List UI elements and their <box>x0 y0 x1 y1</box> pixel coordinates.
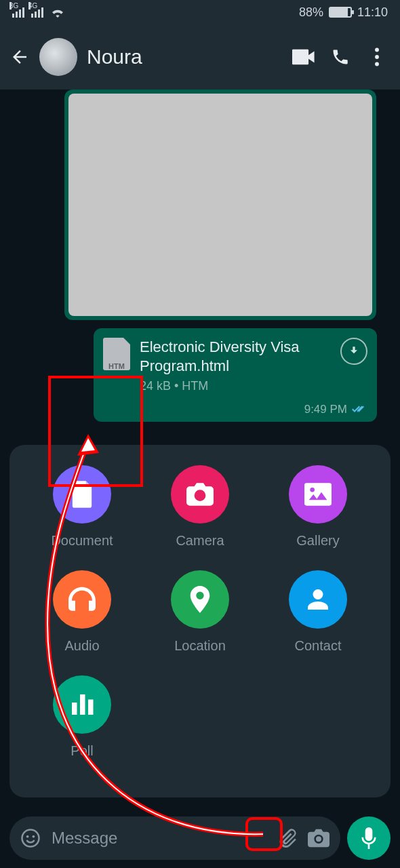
svg-point-10 <box>33 835 35 838</box>
attach-audio-label: Audio <box>64 638 99 654</box>
attach-location[interactable]: Location <box>171 570 229 654</box>
message-input[interactable]: Message <box>52 829 266 848</box>
file-htm-icon: HTM <box>103 338 130 370</box>
document-message-bubble[interactable]: HTM Electronic Diversity Visa Program.ht… <box>94 328 377 422</box>
svg-point-4 <box>310 488 315 492</box>
attach-audio[interactable]: Audio <box>53 570 111 654</box>
attach-gallery-label: Gallery <box>296 533 339 549</box>
emoji-icon[interactable] <box>20 828 41 848</box>
svg-point-8 <box>22 830 39 847</box>
voice-call-button[interactable] <box>327 47 354 66</box>
poll-icon <box>70 694 94 715</box>
download-button[interactable] <box>340 338 367 365</box>
gallery-icon <box>304 483 332 506</box>
camera-input-icon[interactable] <box>308 829 329 848</box>
clock: 11:10 <box>357 5 388 20</box>
svg-rect-3 <box>304 483 332 505</box>
battery-icon <box>329 7 352 18</box>
document-icon <box>71 481 94 508</box>
image-message-bubble[interactable] <box>64 90 376 320</box>
svg-point-0 <box>375 48 379 52</box>
attach-location-label: Location <box>174 638 226 654</box>
document-meta: 24 kB • HTM <box>140 379 367 393</box>
attach-document-label: Document <box>51 533 113 549</box>
attach-gallery[interactable]: Gallery <box>289 465 347 549</box>
attach-poll-label: Poll <box>71 743 93 759</box>
attach-icon[interactable] <box>277 828 297 848</box>
attach-camera-label: Camera <box>176 533 224 549</box>
location-pin-icon <box>190 586 210 613</box>
battery-percent: 88% <box>299 5 323 20</box>
video-call-button[interactable] <box>290 49 317 65</box>
document-file-name: Electronic Diversity Visa Program.html <box>140 338 331 375</box>
contact-name[interactable]: Noura <box>87 45 281 68</box>
attach-document[interactable]: Document <box>51 465 113 549</box>
signal-4g-icon: 4G <box>31 7 43 18</box>
svg-rect-5 <box>72 703 77 715</box>
attachment-panel: Document Camera Gallery Audio Location <box>9 445 391 797</box>
headphones-icon <box>68 587 96 612</box>
more-options-button[interactable] <box>363 47 391 66</box>
mic-icon <box>361 827 377 849</box>
back-icon[interactable] <box>9 47 30 67</box>
attach-contact-label: Contact <box>295 638 342 654</box>
attach-camera[interactable]: Camera <box>171 465 229 549</box>
message-time: 9:49 PM <box>103 403 367 416</box>
voice-record-button[interactable] <box>347 816 391 860</box>
image-placeholder <box>68 94 372 316</box>
camera-icon <box>186 483 214 506</box>
svg-rect-6 <box>80 694 85 715</box>
status-bar: 3G 4G 88% 11:10 <box>0 0 400 24</box>
wifi-icon <box>50 7 65 18</box>
svg-point-1 <box>375 55 379 59</box>
svg-point-2 <box>375 62 379 66</box>
signal-3g-icon: 3G <box>12 7 24 18</box>
attach-poll[interactable]: Poll <box>53 675 111 759</box>
attach-contact[interactable]: Contact <box>289 570 347 654</box>
chat-header: Noura <box>0 24 400 90</box>
svg-rect-7 <box>88 700 94 715</box>
avatar[interactable] <box>39 38 77 76</box>
person-icon <box>306 587 330 612</box>
svg-point-9 <box>26 835 29 838</box>
read-receipt-icon <box>351 404 367 415</box>
message-input-container: Message <box>9 816 340 860</box>
